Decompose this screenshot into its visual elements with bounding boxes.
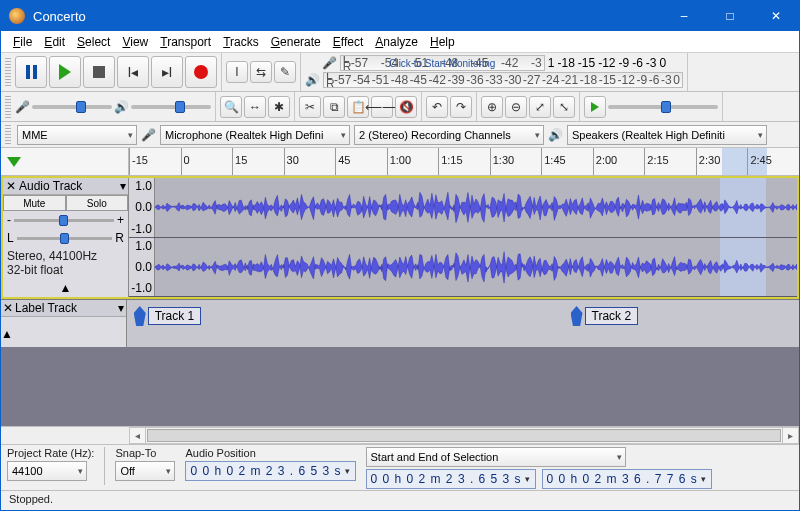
selection-end-field[interactable]: 0 0 h 0 2 m 3 6 . 7 7 6 s▾ <box>542 469 712 489</box>
vertical-scale: 1.00.0-1.0 <box>129 178 155 237</box>
playhead-triangle-icon[interactable] <box>7 157 21 167</box>
minimize-button[interactable]: – <box>661 1 707 31</box>
pan-slider[interactable]: LR <box>7 231 124 245</box>
maximize-button[interactable]: □ <box>707 1 753 31</box>
track-control-panel: ✕ Audio Track ▾ Mute Solo -+ LR Stereo, … <box>3 178 129 297</box>
recording-meter[interactable]: LR -57-54-51-48-45-42-3 Click to Start M… <box>340 55 545 71</box>
fit-project-icon[interactable]: ⤡ <box>553 96 575 118</box>
track-menu-icon[interactable]: ▾ <box>120 179 126 193</box>
menu-edit[interactable]: Edit <box>38 33 71 51</box>
scrollbar-thumb[interactable] <box>147 429 781 442</box>
grip-icon[interactable] <box>5 96 11 118</box>
label-marker[interactable]: Track 2 <box>571 306 639 326</box>
envelope-tool-icon[interactable]: ⇆ <box>250 61 272 83</box>
track-collapse-icon[interactable]: ▲ <box>3 279 128 297</box>
close-button[interactable]: ✕ <box>753 1 799 31</box>
mute-button[interactable]: Mute <box>3 195 66 211</box>
track-close-icon[interactable]: ✕ <box>3 301 13 315</box>
recording-device-combo[interactable]: Microphone (Realtek High Defini <box>160 125 350 145</box>
gain-slider[interactable]: -+ <box>7 213 124 227</box>
recording-channels-combo[interactable]: 2 (Stereo) Recording Channels <box>354 125 544 145</box>
menubar: FileEditSelectViewTransportTracksGenerat… <box>1 31 799 53</box>
label-lane[interactable]: Track 1 Track 2 <box>127 300 799 347</box>
playback-volume-slider[interactable] <box>131 105 211 109</box>
trim-icon[interactable]: ⟵⟶ <box>371 96 393 118</box>
timeshift-tool-icon[interactable]: ↔ <box>244 96 266 118</box>
speaker-icon: 🔊 <box>114 100 129 114</box>
snap-to-combo[interactable]: Off <box>115 461 175 481</box>
mixer-toolbar: 🎤 🔊 <box>1 92 216 121</box>
menu-analyze[interactable]: Analyze <box>369 33 424 51</box>
play-button[interactable] <box>49 56 81 88</box>
stop-button[interactable] <box>83 56 115 88</box>
zoom-in-icon[interactable]: ⊕ <box>481 96 503 118</box>
zoom-out-icon[interactable]: ⊖ <box>505 96 527 118</box>
menu-tracks[interactable]: Tracks <box>217 33 265 51</box>
scroll-right-icon[interactable]: ▸ <box>782 428 798 443</box>
menu-generate[interactable]: Generate <box>265 33 327 51</box>
label-track: ✕ Label Track ▾ ▲ Track 1 Track 2 <box>1 299 799 347</box>
timeline-ruler[interactable]: -1501530451:001:151:301:452:002:152:302:… <box>129 148 799 175</box>
zoom-toolbar: ⊕ ⊖ ⤢ ⤡ <box>477 92 580 121</box>
waveform-area[interactable]: 1.00.0-1.0 1.00.0-1.0 <box>129 178 797 297</box>
track-collapse-icon[interactable]: ▲ <box>1 317 126 341</box>
playback-device-combo[interactable]: Speakers (Realtek High Definiti <box>567 125 767 145</box>
speaker-icon: 🔊 <box>305 73 320 87</box>
skip-to-end-button[interactable]: ▸I <box>151 56 183 88</box>
track-close-icon[interactable]: ✕ <box>5 179 17 193</box>
track-menu-icon[interactable]: ▾ <box>118 301 124 315</box>
waveform-channel-right[interactable]: 1.00.0-1.0 <box>129 238 797 298</box>
solo-button[interactable]: Solo <box>66 195 129 211</box>
audio-position-field[interactable]: 0 0 h 0 2 m 2 3 . 6 5 3 s▾ <box>185 461 355 481</box>
titlebar: Concerto – □ ✕ <box>1 1 799 31</box>
menu-file[interactable]: File <box>7 33 38 51</box>
undo-icon[interactable]: ↶ <box>426 96 448 118</box>
menu-transport[interactable]: Transport <box>154 33 217 51</box>
selection-toolbar: Project Rate (Hz): 44100 Snap-To Off Aud… <box>1 444 799 490</box>
horizontal-scrollbar[interactable]: ◂ ▸ <box>1 426 799 444</box>
zoom-tool-icon[interactable]: 🔍 <box>220 96 242 118</box>
track-name[interactable]: Audio Track <box>19 179 118 193</box>
grip-icon[interactable] <box>5 58 11 86</box>
draw-tool-icon[interactable]: ✎ <box>274 61 296 83</box>
recording-volume-slider[interactable] <box>32 105 112 109</box>
status-bar: Stopped. <box>1 490 799 510</box>
pause-button[interactable] <box>15 56 47 88</box>
grip-icon[interactable] <box>5 125 11 145</box>
record-button[interactable] <box>185 56 217 88</box>
play-at-speed-button[interactable] <box>584 96 606 118</box>
menu-view[interactable]: View <box>116 33 154 51</box>
label-text[interactable]: Track 1 <box>148 307 202 325</box>
multi-tool-icon[interactable]: ✱ <box>268 96 290 118</box>
track-name[interactable]: Label Track <box>15 301 116 315</box>
label-pin-icon[interactable] <box>571 306 583 326</box>
selection-tool-icon[interactable]: I <box>226 61 248 83</box>
selection-mode-combo[interactable]: Start and End of Selection <box>366 447 626 467</box>
silence-icon[interactable]: 🔇 <box>395 96 417 118</box>
audio-host-combo[interactable]: MME <box>17 125 137 145</box>
project-rate-combo[interactable]: 44100 <box>7 461 87 481</box>
redo-icon[interactable]: ↷ <box>450 96 472 118</box>
playback-meter[interactable]: LR -57-54-51-48-45-42-39-36-33-30-27-24-… <box>323 72 683 88</box>
fit-selection-icon[interactable]: ⤢ <box>529 96 551 118</box>
monitor-hint[interactable]: Click to Start Monitoring <box>341 58 544 69</box>
waveform-channel-left[interactable]: 1.00.0-1.0 <box>129 178 797 238</box>
selection-start-field[interactable]: 0 0 h 0 2 m 2 3 . 6 5 3 s▾ <box>366 469 536 489</box>
menu-select[interactable]: Select <box>71 33 116 51</box>
menu-effect[interactable]: Effect <box>327 33 369 51</box>
mic-icon: 🎤 <box>15 100 30 114</box>
play-at-speed-toolbar <box>580 92 723 121</box>
vertical-scale: 1.00.0-1.0 <box>129 238 155 297</box>
device-toolbar: MME 🎤 Microphone (Realtek High Defini 2 … <box>1 122 799 148</box>
skip-to-start-button[interactable]: I◂ <box>117 56 149 88</box>
label-pin-icon[interactable] <box>134 306 146 326</box>
mic-icon: 🎤 <box>322 56 337 70</box>
menu-help[interactable]: Help <box>424 33 461 51</box>
playback-speed-slider[interactable] <box>608 105 718 109</box>
scroll-left-icon[interactable]: ◂ <box>130 428 146 443</box>
copy-icon[interactable]: ⧉ <box>323 96 345 118</box>
cut-icon[interactable]: ✂ <box>299 96 321 118</box>
label-text[interactable]: Track 2 <box>585 307 639 325</box>
timeline-cap <box>1 148 129 175</box>
label-marker[interactable]: Track 1 <box>134 306 202 326</box>
